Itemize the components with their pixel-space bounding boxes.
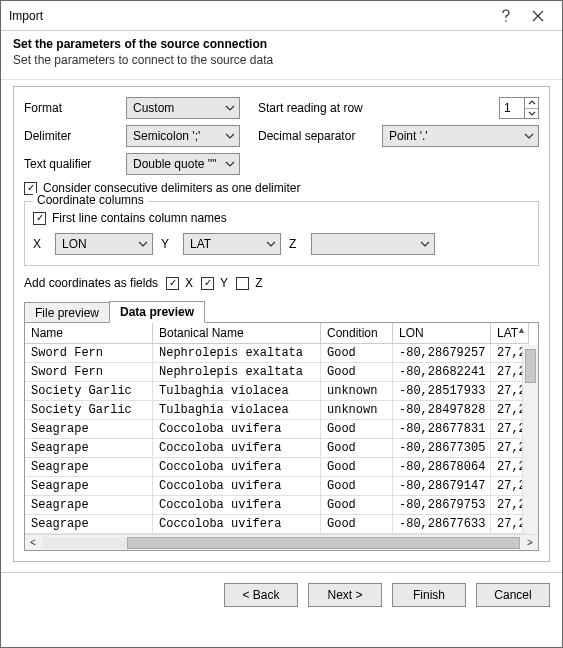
coordinate-columns-legend: Coordinate columns	[33, 193, 148, 207]
title-bar: Import	[1, 1, 562, 31]
table-cell: Coccoloba uvifera	[153, 420, 321, 439]
table-cell: -80,28678064	[393, 458, 491, 477]
first-line-names-checkbox[interactable]: ✓ First line contains column names	[33, 211, 227, 225]
table-cell: Coccoloba uvifera	[153, 477, 321, 496]
add-z-checkbox[interactable]: Z	[236, 276, 262, 290]
vertical-scrollbar[interactable]	[522, 345, 538, 534]
parameters-panel: Format Custom Start reading at row 1 Del…	[13, 86, 550, 562]
first-line-names-label: First line contains column names	[52, 211, 227, 225]
table-cell: unknown	[321, 401, 393, 420]
checkbox-icon: ✓	[33, 212, 46, 225]
table-cell: Coccoloba uvifera	[153, 515, 321, 534]
data-preview-table: NameBotanical NameConditionLONLATSword F…	[24, 322, 539, 551]
column-header[interactable]: Botanical Name	[153, 323, 321, 344]
column-header[interactable]: LAT	[491, 323, 529, 344]
table-cell: -80,28679147	[393, 477, 491, 496]
table-cell: Seagrape	[25, 477, 153, 496]
chevron-down-icon	[221, 98, 239, 118]
table-cell: Good	[321, 496, 393, 515]
svg-point-0	[505, 20, 507, 22]
checkbox-icon: ✓	[166, 277, 179, 290]
delimiter-select[interactable]: Semicolon ';'	[126, 125, 240, 147]
table-cell: unknown	[321, 382, 393, 401]
table-cell: -80,28679753	[393, 496, 491, 515]
cancel-button[interactable]: Cancel	[476, 583, 550, 607]
table-cell: Nephrolepis exaltata	[153, 344, 321, 363]
table-cell: Good	[321, 420, 393, 439]
tab-file-preview[interactable]: File preview	[24, 302, 110, 323]
chevron-down-icon	[221, 126, 239, 146]
chevron-down-icon	[262, 234, 280, 254]
table-cell: Coccoloba uvifera	[153, 496, 321, 515]
coordinate-columns-group: Coordinate columns ✓ First line contains…	[24, 201, 539, 266]
next-button[interactable]: Next >	[308, 583, 382, 607]
table-cell: Good	[321, 515, 393, 534]
wizard-title: Set the parameters of the source connect…	[13, 37, 550, 51]
column-header[interactable]: LON	[393, 323, 491, 344]
close-button[interactable]	[522, 4, 554, 28]
table-cell: Society Garlic	[25, 382, 153, 401]
checkbox-icon: ✓	[201, 277, 214, 290]
column-header[interactable]: Condition	[321, 323, 393, 344]
table-cell: -80,28497828	[393, 401, 491, 420]
table-cell: Good	[321, 458, 393, 477]
start-row-input[interactable]: 1	[499, 97, 539, 119]
wizard-header: Set the parameters of the source connect…	[1, 31, 562, 77]
x-label: X	[33, 237, 47, 251]
delimiter-label: Delimiter	[24, 129, 126, 143]
table-cell: Tulbaghia violacea	[153, 401, 321, 420]
scroll-right-icon[interactable]: >	[522, 537, 538, 548]
table-cell: -80,28677831	[393, 420, 491, 439]
qualifier-label: Text qualifier	[24, 157, 126, 171]
add-y-checkbox[interactable]: ✓Y	[201, 276, 228, 290]
table-cell: Good	[321, 439, 393, 458]
table-cell: Good	[321, 363, 393, 382]
wizard-footer: < Back Next > Finish Cancel	[1, 572, 562, 617]
table-cell: Seagrape	[25, 439, 153, 458]
table-cell: Sword Fern	[25, 344, 153, 363]
qualifier-select[interactable]: Double quote '"'	[126, 153, 240, 175]
decimal-select[interactable]: Point '.'	[382, 125, 539, 147]
table-cell: Coccoloba uvifera	[153, 458, 321, 477]
table-cell: Coccoloba uvifera	[153, 439, 321, 458]
table-cell: Seagrape	[25, 496, 153, 515]
chevron-down-icon	[221, 154, 239, 174]
tab-data-preview[interactable]: Data preview	[109, 301, 205, 323]
format-label: Format	[24, 101, 126, 115]
help-button[interactable]	[490, 4, 522, 28]
preview-tabs: File preview Data preview	[24, 301, 539, 323]
chevron-down-icon	[134, 234, 152, 254]
table-cell: Society Garlic	[25, 401, 153, 420]
scroll-left-icon[interactable]: <	[25, 537, 41, 548]
table-cell: Good	[321, 344, 393, 363]
table-cell: -80,28682241	[393, 363, 491, 382]
z-column-select[interactable]	[311, 233, 435, 255]
z-label: Z	[289, 237, 303, 251]
table-cell: Good	[321, 477, 393, 496]
column-header[interactable]: Name	[25, 323, 153, 344]
table-cell: Seagrape	[25, 420, 153, 439]
start-row-label: Start reading at row	[258, 101, 382, 115]
table-cell: -80,28517933	[393, 382, 491, 401]
y-column-select[interactable]: LAT	[183, 233, 281, 255]
y-label: Y	[161, 237, 175, 251]
spinner-icon[interactable]	[524, 98, 538, 118]
table-cell: Seagrape	[25, 515, 153, 534]
back-button[interactable]: < Back	[224, 583, 298, 607]
table-cell: -80,28677633	[393, 515, 491, 534]
table-cell: -80,28677305	[393, 439, 491, 458]
add-x-checkbox[interactable]: ✓X	[166, 276, 193, 290]
finish-button[interactable]: Finish	[392, 583, 466, 607]
format-select[interactable]: Custom	[126, 97, 240, 119]
window-title: Import	[9, 9, 490, 23]
horizontal-scrollbar[interactable]: < >	[25, 534, 538, 550]
x-column-select[interactable]: LON	[55, 233, 153, 255]
decimal-label: Decimal separator	[258, 129, 382, 143]
checkbox-icon	[236, 277, 249, 290]
table-cell: -80,28679257	[393, 344, 491, 363]
chevron-down-icon	[416, 234, 434, 254]
chevron-down-icon	[520, 126, 538, 146]
wizard-subtitle: Set the parameters to connect to the sou…	[13, 53, 550, 67]
add-coords-label: Add coordinates as fields	[24, 276, 158, 290]
table-cell: Nephrolepis exaltata	[153, 363, 321, 382]
